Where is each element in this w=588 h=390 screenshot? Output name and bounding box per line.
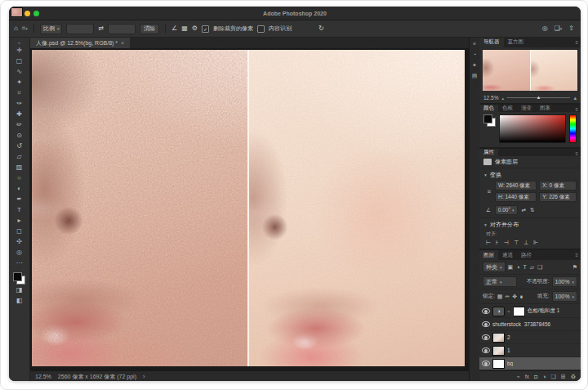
layer-effects-icon[interactable]: fx: [525, 374, 529, 379]
lock-icon-0[interactable]: ▦: [497, 294, 503, 300]
adjustment-layer-thumb[interactable]: ◑: [492, 307, 505, 316]
panel-menu-icon[interactable]: ≡: [575, 38, 578, 47]
blur-tool-icon[interactable]: ○: [12, 173, 26, 183]
crop-height-input[interactable]: [108, 24, 136, 34]
eraser-tool-icon[interactable]: ▱: [12, 152, 26, 162]
layer-visibility-eye-icon[interactable]: [482, 347, 490, 353]
tab-properties[interactable]: 属性: [479, 149, 498, 156]
clone-stamp-tool-icon[interactable]: ⊙: [12, 131, 26, 141]
chevron-down-icon[interactable]: ▼: [483, 222, 488, 227]
shape-tool-icon[interactable]: ◻: [12, 226, 26, 236]
tab-channels[interactable]: 通道: [498, 250, 517, 260]
status-zoom-level[interactable]: 12.5%: [35, 374, 51, 379]
color-wheel-panel-icon[interactable]: ◔: [473, 52, 476, 57]
pen-tool-icon[interactable]: ✒: [12, 195, 26, 204]
lasso-tool-icon[interactable]: ∿: [12, 67, 26, 77]
layer-row-1[interactable]: 1: [479, 344, 581, 357]
history-brush-tool-icon[interactable]: ↺: [12, 141, 26, 151]
tab-gradients[interactable]: 渐变: [517, 105, 536, 112]
photo-document[interactable]: [32, 50, 465, 366]
delete-cropped-pixels-checkbox[interactable]: ✓: [202, 25, 209, 33]
share-icon[interactable]: ⇪: [568, 25, 574, 32]
search-icon[interactable]: ◎: [542, 25, 548, 32]
layer-mask-icon[interactable]: ◘: [534, 374, 537, 379]
zoom-out-icon[interactable]: ▴: [501, 96, 504, 101]
lock-icon-2[interactable]: ✥: [512, 294, 517, 300]
align-button-2[interactable]: ⊣: [504, 240, 509, 246]
tab-color[interactable]: 颜色: [479, 105, 498, 112]
align-button-3[interactable]: ⊤: [514, 240, 519, 246]
blend-mode-dropdown[interactable]: 正常▾: [483, 276, 517, 287]
filter-flag-icon[interactable]: ⚑: [572, 264, 577, 271]
chevron-down-icon[interactable]: ▼: [483, 173, 488, 177]
layer-visibility-eye-icon[interactable]: [482, 321, 490, 327]
navigator-zoom-value[interactable]: 12.5%: [483, 95, 498, 101]
lock-icon-1[interactable]: ✏: [505, 294, 510, 300]
toolbar-collapse-icon[interactable]: »: [18, 40, 20, 45]
layer-name[interactable]: 2: [507, 334, 510, 340]
clear-button[interactable]: 清除: [140, 24, 159, 34]
marquee-tool-icon[interactable]: ▢: [12, 56, 26, 66]
dodge-tool-icon[interactable]: ◐: [12, 184, 26, 194]
rotation-angle-field[interactable]: 0.00°▾: [495, 205, 518, 215]
zoom-in-icon[interactable]: ▴: [573, 95, 577, 101]
height-field[interactable]: H:1440 像素: [495, 192, 537, 202]
photo-before-half[interactable]: [32, 50, 247, 366]
layer-visibility-eye-icon[interactable]: [482, 308, 490, 314]
layer-row-色相/饱和度 1[interactable]: ◑⌁色相/饱和度 1: [479, 305, 581, 318]
adjustment-layer-icon[interactable]: ◑: [542, 374, 546, 379]
layer-row-shutterstock_373878456[interactable]: shutterstock_373878456: [479, 318, 581, 331]
hand-tool-icon[interactable]: ✣: [12, 237, 26, 247]
layer-thumb[interactable]: [492, 346, 505, 356]
align-button-5[interactable]: ⊩: [533, 240, 538, 246]
link-layers-icon[interactable]: ⌁: [516, 374, 519, 380]
content-aware-checkbox[interactable]: [257, 25, 265, 33]
type-tool-icon[interactable]: T: [12, 205, 26, 215]
crop-tool-icon[interactable]: ⌗: [12, 88, 26, 98]
layer-filter-icon-2[interactable]: T: [523, 264, 526, 271]
status-options-chevron[interactable]: ›: [143, 374, 145, 379]
quick-mask-icon[interactable]: ◨: [12, 285, 26, 295]
tab-navigator[interactable]: 导航器: [479, 38, 504, 47]
move-tool-icon[interactable]: ✛: [12, 46, 26, 56]
fill-field[interactable]: 100%▾: [552, 291, 577, 302]
document-tab[interactable]: 人像.psd @ 12.5%(bg, RGB/8) * ×: [30, 38, 130, 48]
swap-dimensions-icon[interactable]: ⇄: [98, 25, 104, 32]
layer-name[interactable]: bg: [507, 361, 513, 366]
crop-width-input[interactable]: [66, 24, 94, 34]
transform-section-title[interactable]: 变换: [490, 171, 501, 179]
close-tab-icon[interactable]: ×: [121, 40, 124, 46]
foreground-color-swatch[interactable]: [13, 272, 22, 281]
home-icon[interactable]: ⌂: [14, 25, 18, 32]
delete-layer-icon[interactable]: ♻: [571, 374, 576, 380]
straighten-icon[interactable]: ∠: [172, 25, 177, 32]
layer-thumb[interactable]: [492, 333, 505, 343]
panel-menu-icon[interactable]: ≡: [575, 149, 578, 159]
layer-name[interactable]: shutterstock_373878456: [492, 321, 550, 327]
gradient-tool-icon[interactable]: ▨: [12, 163, 26, 173]
magic-wand-tool-icon[interactable]: ✦: [12, 78, 26, 87]
brush-tool-icon[interactable]: ✏: [12, 120, 26, 130]
eyedropper-tool-icon[interactable]: ✑: [12, 99, 26, 109]
layer-filter-icon-3[interactable]: ▱: [530, 264, 534, 271]
link-wh-icon[interactable]: ⧈: [486, 188, 492, 195]
zoom-slider-thumb[interactable]: ▲: [537, 95, 541, 100]
libraries-panel-icon[interactable]: ▤: [472, 73, 478, 78]
brushes-panel-icon[interactable]: ✦: [472, 62, 477, 68]
screen-mode-icon[interactable]: ◧: [12, 296, 26, 306]
saturation-brightness-field[interactable]: [499, 114, 566, 143]
fg-swatch[interactable]: [483, 114, 492, 123]
foreground-background-colors[interactable]: [13, 272, 25, 285]
tab-layers[interactable]: 图层: [479, 250, 498, 260]
align-button-4[interactable]: ⊥: [523, 240, 528, 246]
layer-filter-icon-4[interactable]: ❏: [537, 264, 542, 271]
tab-patterns[interactable]: 图案: [536, 105, 555, 112]
workspace-switcher-icon[interactable]: ❏▾: [555, 25, 563, 32]
zoom-tool-icon[interactable]: ◎: [12, 248, 26, 258]
width-field[interactable]: W:2640 像素: [495, 181, 537, 191]
panel-menu-icon[interactable]: ≡: [575, 105, 578, 114]
align-button-0[interactable]: ⊢: [486, 240, 491, 246]
layer-name[interactable]: 色相/饱和度 1: [528, 307, 560, 315]
layer-name[interactable]: 1: [507, 347, 510, 353]
sync-refresh-icon[interactable]: ↻: [318, 25, 324, 32]
